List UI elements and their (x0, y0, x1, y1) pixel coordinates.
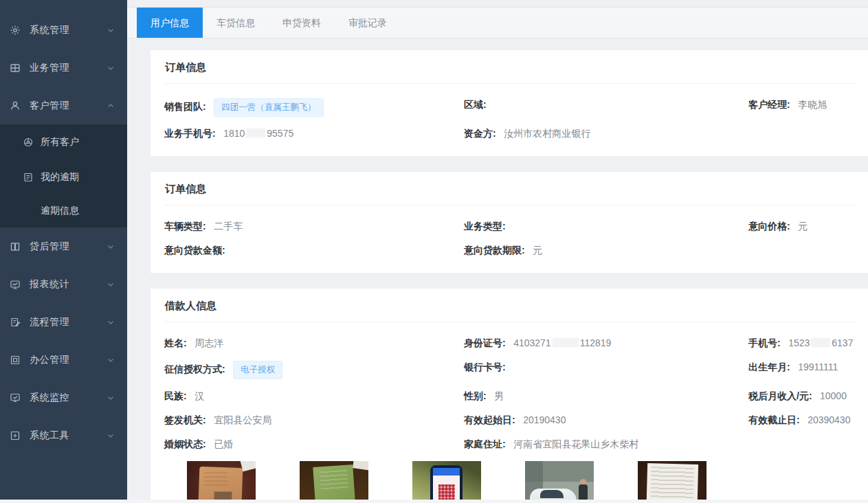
tab-user-info[interactable]: 用户信息 (137, 8, 203, 38)
sidebar-item-label: 贷后管理 (30, 241, 69, 253)
tab-loan-application-docs[interactable]: 申贷资料 (269, 8, 335, 38)
field-value: 二手车 (214, 221, 243, 232)
field-label: 民族: (164, 390, 187, 401)
sidebar-item-process-mgmt[interactable]: 流程管理 (0, 303, 127, 341)
phone-suffix: 6137 (832, 337, 853, 348)
field-value: 汝州市农村商业银行 (504, 128, 590, 139)
field-name: 姓名: 周志洋 (164, 337, 464, 350)
field-marital-status: 婚姻状态: 已婚 (164, 438, 464, 451)
field-label: 性别: (464, 390, 487, 401)
sidebar-item-business-mgmt[interactable]: 业务管理 (0, 49, 127, 87)
field-vehicle-type: 车辆类型: 二手车 (164, 220, 464, 234)
field-value: 河南省宜阳县花果山乡木柴村 (513, 438, 638, 449)
sidebar-item-system-monitor[interactable]: 系统监控 (0, 379, 127, 416)
id-suffix: 112819 (580, 337, 612, 348)
field-sales-team: 销售团队: 四团一营（直属王鹏飞） (164, 98, 464, 117)
chevron-down-icon (107, 394, 115, 402)
photo-item: 其他材料 (638, 461, 706, 503)
field-value: 20190430 (523, 414, 566, 425)
field-value: 李晓旭 (798, 99, 827, 110)
id-card-photo-thumb[interactable] (187, 461, 256, 503)
horizontal-scrollbar-track[interactable] (0, 500, 868, 503)
phone-prefix: 1810 (223, 128, 245, 139)
field-label: 身份证号: (464, 337, 506, 348)
field-value: 已婚 (214, 438, 233, 449)
app-window: 系统管理 业务管理 客户管理 所有客户 (0, 0, 868, 503)
field-label: 有效起始日: (464, 414, 515, 425)
photo-item: 征信照片 (412, 461, 481, 503)
customer-mgmt-submenu: 所有客户 我的逾期 逾期信息 (0, 124, 127, 227)
person-with-car-photo-thumb[interactable] (525, 461, 594, 503)
wheel-icon (23, 137, 34, 148)
field-value: 15236137 (788, 337, 853, 348)
sidebar-item-label: 业务管理 (30, 62, 69, 74)
field-birth-date: 出生年月: 19911111 (748, 361, 854, 379)
sidebar-item-customer-mgmt[interactable]: 客户管理 (0, 87, 127, 124)
field-value: 181095575 (223, 128, 293, 139)
field-value: 19911111 (798, 361, 838, 372)
field-business-phone: 业务手机号: 181095575 (164, 127, 464, 141)
sales-team-tag[interactable]: 四团一营（直属王鹏飞） (214, 98, 324, 117)
field-label: 资金方: (464, 128, 496, 139)
id-prefix: 4103271 (513, 337, 551, 348)
chevron-down-icon (107, 243, 115, 251)
notes-icon (23, 172, 34, 183)
green-certificates-photo-thumb[interactable] (300, 461, 368, 503)
field-business-type: 业务类型: (464, 220, 748, 234)
tab-car-loan-info[interactable]: 车贷信息 (203, 8, 269, 38)
field-label: 征信授权方式: (164, 364, 225, 375)
field-label: 签发机关: (164, 414, 206, 425)
phone-suffix: 95575 (267, 128, 293, 139)
field-intent-price: 意向价格: 元 (748, 220, 854, 234)
tab-approval-records[interactable]: 审批记录 (335, 8, 401, 38)
sidebar-item-my-overdue[interactable]: 我的逾期 (0, 159, 127, 194)
sidebar-item-label: 系统监控 (30, 392, 69, 404)
phone-qr-photo-thumb[interactable] (412, 461, 481, 503)
field-value: 4103271112819 (513, 337, 611, 348)
chevron-down-icon (107, 280, 115, 289)
sidebar-item-postloan-mgmt[interactable]: 贷后管理 (0, 227, 127, 265)
nested-square-icon (10, 355, 21, 366)
credit-auth-tag[interactable]: 电子授权 (233, 361, 282, 379)
sidebar-item-all-customers[interactable]: 所有客户 (0, 124, 127, 159)
field-value: 20390430 (808, 414, 850, 425)
chevron-down-icon (107, 356, 115, 364)
sidebar-item-system-tools[interactable]: 系统工具 (0, 416, 127, 454)
detail-tabbar: 用户信息 车贷信息 申贷资料 审批记录 (127, 7, 868, 38)
sidebar-item-label: 办公管理 (30, 354, 69, 366)
redaction-patch (811, 338, 830, 347)
field-label: 银行卡号: (464, 361, 506, 372)
field-region: 区域: (464, 98, 748, 117)
order-info-card: 订单信息 销售团队: 四团一营（直属王鹏飞） 区域: 客户经理: 李晓旭 (151, 50, 868, 156)
borrower-info-card: 借款人信息 姓名: 周志洋 身份证号: 4103271112819 手机号: 1… (151, 289, 868, 503)
sidebar-item-overdue-info[interactable]: 逾期信息 (0, 194, 127, 227)
card-title: 订单信息 (164, 50, 854, 84)
card-title: 借款人信息 (164, 289, 854, 322)
field-value: 男 (494, 390, 504, 401)
sidebar-item-office-mgmt[interactable]: 办公管理 (0, 341, 127, 379)
handwritten-document-photo-thumb[interactable] (638, 461, 706, 503)
sidebar-item-label: 客户管理 (30, 100, 69, 112)
field-issuing-authority: 签发机关: 宜阳县公安局 (164, 414, 464, 427)
field-gender: 性别: 男 (464, 390, 748, 403)
field-valid-from: 有效起始日: 20190430 (464, 414, 748, 427)
field-label: 手机号: (748, 337, 781, 348)
chart-monitor-icon (10, 279, 21, 290)
field-label: 业务类型: (464, 221, 506, 232)
field-label: 意向贷款金额: (164, 245, 225, 256)
field-credit-auth-method: 征信授权方式: 电子授权 (164, 361, 464, 379)
loan-intent-card: 订单信息 车辆类型: 二手车 业务类型: 意向价格: 元 (151, 172, 868, 273)
field-label: 业务手机号: (164, 128, 216, 139)
sidebar-item-label: 系统管理 (30, 24, 69, 36)
field-value: 元 (533, 245, 542, 256)
field-valid-to: 有效截止日: 20390430 (748, 414, 854, 427)
field-home-address: 家庭住址: 河南省宜阳县花果山乡木柴村 (464, 438, 748, 451)
field-label: 有效截止日: (748, 414, 800, 425)
chevron-up-icon (107, 102, 115, 110)
grid-icon (10, 63, 21, 74)
sidebar-item-label: 报表统计 (30, 278, 69, 291)
sidebar-item-system-mgmt[interactable]: 系统管理 (0, 11, 127, 49)
photo-item: 行驶证照片 (300, 461, 368, 503)
sidebar-item-label: 我的逾期 (41, 171, 79, 183)
sidebar-item-report-stats[interactable]: 报表统计 (0, 265, 127, 303)
